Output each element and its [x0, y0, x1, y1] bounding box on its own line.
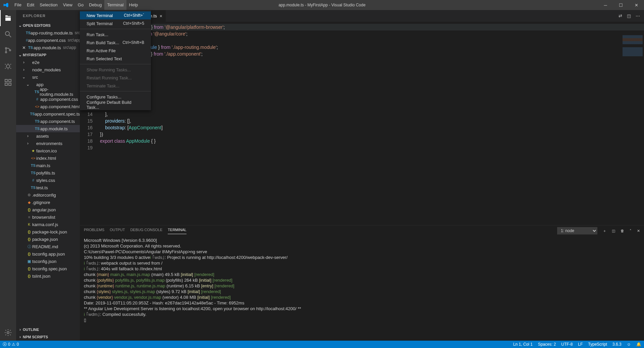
folder-node_modules[interactable]: ›node_modules	[16, 66, 80, 73]
folder-environments[interactable]: ›environments	[16, 140, 80, 147]
panel-tab-terminal[interactable]: TERMINAL	[168, 228, 186, 234]
open-editor[interactable]: ✕TSapp-routing.module.tssrc\app	[16, 29, 80, 37]
menu-edit[interactable]: Edit	[24, 0, 37, 10]
panel-tabs: PROBLEMSOUTPUTDEBUG CONSOLETERMINAL 1: n…	[80, 225, 644, 236]
explorer-icon[interactable]	[0, 10, 16, 26]
file-main.ts[interactable]: TSmain.ts	[16, 162, 80, 169]
menu-item-split-terminal[interactable]: Split TerminalCtrl+Shift+5	[80, 19, 151, 27]
status-errors[interactable]: ⓧ0 ⚠0	[0, 341, 21, 348]
folder-assets[interactable]: ›assets	[16, 132, 80, 140]
open-editors-header[interactable]: ⌄OPEN EDITORS	[16, 22, 80, 29]
terminal-select[interactable]: 1: node	[557, 227, 597, 234]
kill-terminal-icon[interactable]: 🗑	[621, 229, 624, 233]
svg-point-2	[5, 48, 7, 49]
project-header[interactable]: ⌄MYFIRSTAPP	[16, 51, 80, 59]
status-bell-icon[interactable]: 🔔	[634, 341, 644, 348]
file-app.component.spec.ts[interactable]: TSapp.component.spec.ts	[16, 110, 80, 118]
file-.editorconfig[interactable]: ⚙.editorconfig	[16, 191, 80, 199]
menu-go[interactable]: Go	[75, 0, 86, 10]
menu-terminal[interactable]: Terminal	[104, 0, 126, 10]
file-app-routing.module.ts[interactable]: TSapp-routing.module.ts	[16, 88, 80, 95]
file-.gitignore[interactable]: ◆.gitignore	[16, 199, 80, 206]
file-karma.conf.js[interactable]: Kkarma.conf.js	[16, 221, 80, 228]
open-editor[interactable]: ✕TSapp.module.tssrc\app	[16, 44, 80, 51]
svg-line-1	[9, 35, 11, 37]
terminal[interactable]: Microsoft Windows [Version 6.3.9600](c) …	[80, 236, 644, 341]
source-control-icon[interactable]	[0, 42, 16, 58]
svg-rect-7	[9, 79, 11, 82]
menu-selection[interactable]: Selection	[37, 0, 60, 10]
status-encoding[interactable]: UTF-8	[558, 341, 575, 348]
close-editor-icon[interactable]: ✕	[22, 45, 28, 50]
file-tslint.json[interactable]: {}tslint.json	[16, 272, 80, 280]
maximize-icon[interactable]: ☐	[613, 0, 629, 10]
file-angular.json[interactable]: {}angular.json	[16, 206, 80, 213]
svg-rect-6	[5, 79, 7, 82]
outline-header[interactable]: ›OUTLINE	[16, 326, 80, 333]
panel-tab-output[interactable]: OUTPUT	[110, 228, 125, 234]
status-ts-version[interactable]: 3.6.3	[610, 341, 624, 348]
menu-debug[interactable]: Debug	[86, 0, 104, 10]
split-terminal-icon[interactable]: ◫	[612, 229, 615, 233]
extensions-icon[interactable]	[0, 74, 16, 90]
menu-help[interactable]: Help	[126, 0, 141, 10]
status-eol[interactable]: LF	[575, 341, 585, 348]
minimize-icon[interactable]: ─	[598, 0, 613, 10]
window-title: app.module.ts - MyFirstApp - Visual Stud…	[278, 3, 365, 7]
svg-point-0	[5, 31, 9, 36]
svg-point-3	[5, 52, 7, 53]
file-tsconfig.app.json[interactable]: {}tsconfig.app.json	[16, 250, 80, 258]
open-editor[interactable]: ✕#app.component.csssrc\app	[16, 37, 80, 44]
search-icon[interactable]	[0, 26, 16, 42]
debug-icon[interactable]	[0, 58, 16, 74]
file-package.json[interactable]: {}package.json	[16, 235, 80, 243]
panel-tab-problems[interactable]: PROBLEMS	[84, 228, 104, 234]
more-icon[interactable]: ⋯	[636, 13, 640, 18]
file-polyfills.ts[interactable]: TSpolyfills.ts	[16, 169, 80, 177]
maximize-panel-icon[interactable]: ˄	[630, 229, 632, 233]
menu-item-run-build-task-[interactable]: Run Build Task...Ctrl+Shift+B	[80, 39, 151, 47]
file-browserslist[interactable]: ≡browserslist	[16, 213, 80, 221]
panel-tab-debug-console[interactable]: DEBUG CONSOLE	[130, 228, 162, 234]
file-README.md[interactable]: ⓘREADME.md	[16, 243, 80, 250]
explorer-title: EXPLORER	[16, 10, 80, 22]
npm-scripts-header[interactable]: ›NPM SCRIPTS	[16, 333, 80, 341]
folder-e2e[interactable]: ›e2e	[16, 59, 80, 66]
file-tsconfig.json[interactable]: ▣tsconfig.json	[16, 258, 80, 265]
file-app.module.ts[interactable]: TSapp.module.ts	[16, 125, 80, 132]
file-app.component.ts[interactable]: TSapp.component.ts	[16, 118, 80, 125]
file-styles.css[interactable]: #styles.css	[16, 177, 80, 184]
menu-item-run-selected-text[interactable]: Run Selected Text	[80, 55, 151, 63]
status-spaces[interactable]: Spaces: 2	[535, 341, 558, 348]
menu-item-new-terminal[interactable]: New TerminalCtrl+Shift+`	[80, 11, 151, 19]
file-tsconfig.spec.json[interactable]: {}tsconfig.spec.json	[16, 265, 80, 272]
file-test.ts[interactable]: TStest.ts	[16, 184, 80, 191]
menu-item-run-task-[interactable]: Run Task...	[80, 30, 151, 39]
settings-icon[interactable]	[0, 325, 16, 341]
file-package-lock.json[interactable]: {}package-lock.json	[16, 228, 80, 235]
menu-file[interactable]: File	[12, 0, 24, 10]
svg-rect-9	[9, 83, 11, 85]
close-icon[interactable]: ✕	[629, 0, 644, 10]
close-panel-icon[interactable]: ✕	[637, 229, 640, 233]
menu-view[interactable]: View	[60, 0, 75, 10]
code-editor[interactable]: 12345678910111213141516171819 import { B…	[80, 22, 644, 225]
svg-point-4	[9, 50, 11, 51]
folder-src[interactable]: ⌄src	[16, 73, 80, 81]
menu-item-configure-default-build-task-[interactable]: Configure Default Build Task...	[80, 101, 151, 109]
status-language[interactable]: TypeScript	[585, 341, 610, 348]
file-favicon.ico[interactable]: ★favicon.ico	[16, 147, 80, 154]
titlebar: FileEditSelectionViewGoDebugTerminalHelp…	[0, 0, 644, 10]
status-ln-col[interactable]: Ln 1, Col 1	[511, 341, 535, 348]
terminal-menu-dropdown: New TerminalCtrl+Shift+`Split TerminalCt…	[80, 10, 151, 110]
svg-rect-8	[5, 83, 7, 85]
file-index.html[interactable]: <>index.html	[16, 154, 80, 162]
new-terminal-icon[interactable]: ＋	[603, 228, 606, 233]
compare-changes-icon[interactable]: ⇄	[619, 13, 622, 18]
close-tab-icon[interactable]: ×	[160, 13, 162, 19]
file-app.component.css[interactable]: #app.component.css	[16, 95, 80, 103]
status-feedback-icon[interactable]: ☺	[624, 341, 634, 348]
menu-item-run-active-file[interactable]: Run Active File	[80, 47, 151, 55]
file-app.component.html[interactable]: <>app.component.html	[16, 103, 80, 110]
split-editor-icon[interactable]: ◫	[627, 13, 631, 18]
